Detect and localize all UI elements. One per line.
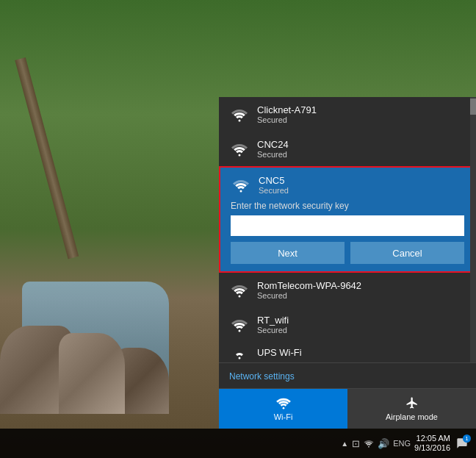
wifi-signal-icon-cnc24: [229, 140, 250, 158]
wifi-quick-label: Wi-Fi: [274, 412, 293, 421]
taskbar-clock[interactable]: 12:05 AM 9/13/2016: [414, 434, 450, 453]
svg-point-2: [240, 190, 242, 192]
wifi-top-cnc5: CNC5 Secured: [231, 175, 464, 195]
network-settings-link[interactable]: Network settings: [229, 371, 295, 382]
quick-action-wifi[interactable]: Wi-Fi: [219, 389, 347, 429]
wifi-item-clicknet[interactable]: Clicknet-A791 Secured: [219, 97, 476, 132]
wifi-status-cnc5: Secured: [259, 186, 289, 195]
wifi-quick-icon: [275, 396, 292, 409]
volume-icon[interactable]: 🔊: [378, 438, 389, 449]
svg-point-7: [368, 446, 369, 448]
wifi-name-rtwifi: RT_wifi: [257, 315, 289, 326]
wifi-info-cnc24: CNC24 Secured: [257, 139, 289, 159]
quick-actions-bar: Wi-Fi Airplane mode: [219, 388, 476, 429]
svg-point-6: [282, 407, 284, 409]
wifi-item-cnc5[interactable]: CNC5 Secured Enter the network security …: [219, 166, 476, 273]
notification-center-button[interactable]: 1: [454, 435, 470, 451]
notification-badge: 1: [463, 434, 471, 443]
wifi-status-clicknet: Secured: [257, 115, 317, 124]
taskbar-date: 9/13/2016: [414, 443, 450, 453]
wifi-info-cnc5: CNC5 Secured: [259, 175, 289, 195]
taskbar-time: 12:05 AM: [416, 434, 450, 443]
wifi-item-cnc24[interactable]: CNC24 Secured: [219, 132, 476, 166]
wifi-info-romtelecom: RomTelecom-WPA-9642 Secured: [257, 280, 361, 300]
wifi-info-rtwifi: RT_wifi Secured: [257, 315, 289, 334]
wifi-status-romtelecom: Secured: [257, 291, 361, 300]
wifi-signal-icon-rtwifi: [229, 316, 250, 334]
wifi-signal-icon-cnc5: [231, 176, 251, 194]
wifi-signal-icon-upswifi: [229, 343, 250, 361]
chevron-up-icon[interactable]: ▲: [341, 440, 348, 448]
wifi-signal-icon-clicknet: [229, 106, 250, 124]
scroll-track[interactable]: [470, 97, 476, 362]
security-key-input[interactable]: [231, 215, 464, 236]
svg-point-3: [239, 295, 241, 297]
network-settings-bar: Network settings: [219, 362, 476, 388]
svg-point-1: [239, 154, 241, 156]
wifi-password-section: Enter the network security key Next Canc…: [231, 201, 464, 264]
svg-point-0: [239, 119, 241, 121]
svg-point-4: [239, 329, 241, 332]
wifi-status-cnc24: Secured: [257, 150, 289, 159]
wifi-name-upswifi: UPS Wi-Fi: [257, 347, 302, 358]
cancel-button[interactable]: Cancel: [350, 242, 464, 264]
wifi-name-romtelecom: RomTelecom-WPA-9642: [257, 280, 361, 291]
wifi-item-upswifi[interactable]: UPS Wi-Fi: [219, 342, 476, 362]
next-button[interactable]: Next: [231, 242, 345, 264]
scroll-thumb[interactable]: [470, 99, 476, 115]
monitor-icon[interactable]: ⊡: [352, 438, 360, 449]
wifi-status-rtwifi: Secured: [257, 326, 289, 334]
tray-wifi-icon[interactable]: [364, 439, 374, 448]
wifi-info-clicknet: Clicknet-A791 Secured: [257, 104, 317, 124]
language-indicator[interactable]: ENG: [393, 439, 411, 448]
wifi-item-romtelecom[interactable]: RomTelecom-WPA-9642 Secured: [219, 273, 476, 307]
security-key-label: Enter the network security key: [231, 201, 464, 211]
airplane-quick-label: Airplane mode: [386, 412, 438, 421]
taskbar-right: ▲ ⊡ 🔊 ENG 12:05 AM 9/13/2016: [341, 434, 473, 453]
taskbar: ▲ ⊡ 🔊 ENG 12:05 AM 9/13/2016: [0, 429, 476, 458]
wifi-signal-icon-romtelecom: [229, 282, 250, 299]
wifi-name-clicknet: Clicknet-A791: [257, 104, 317, 115]
wifi-action-buttons: Next Cancel: [231, 242, 464, 264]
system-tray: ▲ ⊡ 🔊 ENG 12:05 AM 9/13/2016: [341, 434, 470, 453]
svg-point-5: [239, 357, 241, 359]
wifi-list-container: Clicknet-A791 Secured CNC24 Secured: [219, 97, 476, 362]
wifi-name-cnc24: CNC24: [257, 139, 289, 150]
wifi-item-rtwifi[interactable]: RT_wifi Secured: [219, 307, 476, 342]
bg-rock3: [59, 333, 125, 414]
wifi-name-cnc5: CNC5: [259, 175, 289, 186]
quick-action-airplane[interactable]: Airplane mode: [347, 389, 476, 429]
airplane-icon: [404, 396, 420, 409]
wifi-panel: Clicknet-A791 Secured CNC24 Secured: [219, 97, 476, 429]
